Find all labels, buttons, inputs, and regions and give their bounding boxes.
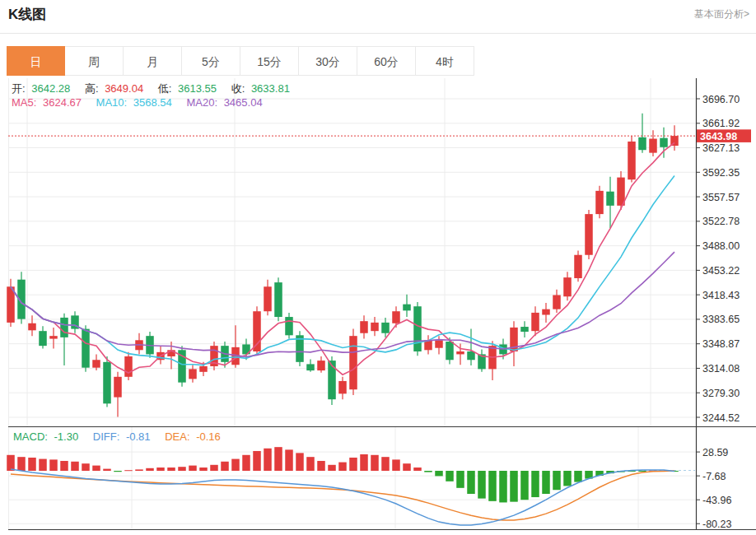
candle-body <box>349 336 357 389</box>
open-value: 3642.28 <box>31 82 70 95</box>
macd-hist-bar <box>456 471 464 488</box>
candle-body <box>381 323 390 333</box>
macd-hist-bar <box>189 466 197 471</box>
tab-interval-4[interactable]: 15分 <box>240 46 299 76</box>
candle-body <box>306 364 315 370</box>
axis-tick-label: 3348.87 <box>702 338 740 350</box>
macd-value: -1.30 <box>54 430 79 443</box>
macd-hist-bar <box>371 455 379 471</box>
macd-hist-bar <box>114 471 122 472</box>
candle-body <box>392 311 400 323</box>
tab-interval-0[interactable]: 日 <box>7 46 65 76</box>
macd-hist-bar <box>563 471 572 486</box>
macd-hist-bar <box>92 466 100 471</box>
macd-hist-bar <box>542 471 550 494</box>
candle-body <box>371 323 379 331</box>
candle-body <box>253 311 261 351</box>
macd-hist-bar <box>28 458 36 471</box>
candle-body <box>317 361 325 370</box>
axis-tick-label: 3314.08 <box>702 363 740 374</box>
macd-hist-bar <box>499 471 507 502</box>
candle-body <box>124 356 133 377</box>
candle-body <box>585 214 593 255</box>
macd-hist-bar <box>231 459 240 471</box>
close-label: 收: <box>231 82 245 95</box>
macd-hist-bar <box>392 459 400 471</box>
macd-hist-bar <box>242 455 250 471</box>
candle-body <box>189 369 197 379</box>
candle-body <box>638 137 646 150</box>
candle-body <box>456 351 464 354</box>
macd-hist-bar <box>156 468 165 471</box>
macd-hist-bar <box>520 471 529 500</box>
candle-body <box>542 309 550 315</box>
macd-hist-bar <box>82 463 90 471</box>
axis-tick-label: 3696.70 <box>702 94 740 105</box>
candle-body <box>446 342 454 360</box>
candle-body <box>467 351 475 360</box>
macd-hist-bar <box>338 463 347 471</box>
candle-body <box>520 327 529 332</box>
macd-hist-bar <box>60 461 68 471</box>
close-value: 3633.81 <box>251 82 290 95</box>
candle-body <box>92 360 100 367</box>
candle-body <box>82 329 90 368</box>
macd-hist-bar <box>221 462 229 471</box>
diff-label: DIFF: <box>93 430 120 443</box>
macd-hist-bar <box>7 455 15 471</box>
axis-tick-label: 3383.65 <box>702 314 740 325</box>
macd-hist-bar <box>360 454 368 471</box>
macd-hist-bar <box>467 471 475 494</box>
axis-tick-label: 3522.78 <box>702 216 740 227</box>
macd-hist-bar <box>317 461 325 471</box>
macd-hist-bar <box>146 468 154 471</box>
tab-interval-5[interactable]: 30分 <box>299 46 357 76</box>
candle-body <box>531 313 539 331</box>
ma5-label: MA5: <box>12 96 36 109</box>
macd-hist-bar <box>413 468 422 471</box>
macd-hist-bar <box>488 471 497 501</box>
macd-hist-bar <box>199 468 208 471</box>
macd-hist-bar <box>381 457 390 471</box>
macd-hist-bar <box>178 467 186 471</box>
axis-tick-label: 3453.22 <box>702 265 740 277</box>
open-label: 开: <box>12 82 26 95</box>
candle-body <box>595 191 604 214</box>
current-price-label: 3643.98 <box>700 131 737 142</box>
macd-hist-bar <box>638 471 646 472</box>
macd-hist-bar <box>39 459 47 471</box>
candle-body <box>403 305 411 311</box>
tab-interval-3[interactable]: 5分 <box>182 46 240 76</box>
candle-body <box>285 317 293 335</box>
candle-body <box>553 295 561 309</box>
candle-body <box>660 138 668 147</box>
macd-label: MACD: <box>13 430 48 443</box>
tab-interval-6[interactable]: 60分 <box>357 46 416 76</box>
macd-hist-bar <box>478 471 486 499</box>
ohlc-readout: 开: 3642.28 高: 3649.04 低: 3613.55 收: 3633… <box>12 81 293 96</box>
candle-body <box>338 381 347 393</box>
macd-hist-bar <box>328 465 336 471</box>
candle-body <box>435 340 443 347</box>
macd-hist-bar <box>135 469 143 471</box>
tab-interval-7[interactable]: 4时 <box>416 46 474 76</box>
macd-hist-bar <box>253 451 261 471</box>
candle-body <box>274 282 282 317</box>
axis-tick-label: 3592.35 <box>702 167 740 179</box>
candle-body <box>264 286 272 311</box>
candle-body <box>199 366 208 372</box>
high-label: 高: <box>85 82 99 95</box>
axis-tick-label: 3627.13 <box>702 142 740 154</box>
macd-hist-bar <box>435 471 443 476</box>
macd-hist-bar <box>210 465 218 471</box>
candlestick-chart[interactable]: 3696.703661.923627.133592.353557.573522.… <box>0 0 756 535</box>
macd-readout: MACD: -1.30 DIFF: -0.81 DEA: -0.16 <box>13 430 224 443</box>
high-value: 3649.04 <box>105 82 143 95</box>
diff-value: -0.81 <box>126 430 151 443</box>
tab-interval-1[interactable]: 周 <box>65 46 124 76</box>
axis-tick-label: 3488.00 <box>702 240 740 252</box>
axis-tick-label: 3244.52 <box>702 412 740 424</box>
candle-body <box>649 139 657 153</box>
macd-hist-bar <box>574 471 582 482</box>
tab-interval-2[interactable]: 月 <box>124 46 182 76</box>
